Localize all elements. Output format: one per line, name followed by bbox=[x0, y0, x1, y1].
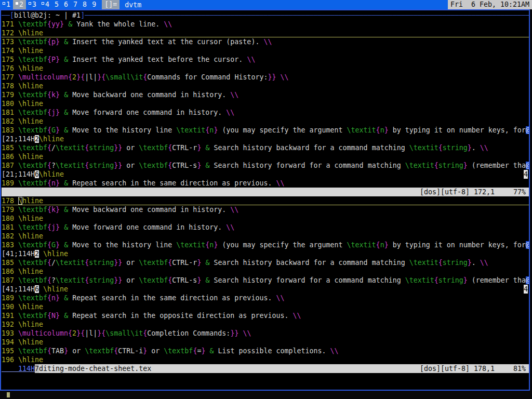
escape-sequence-artifact: 7 bbox=[35, 364, 39, 373]
terminal-row: [41;114H2 \hline bbox=[2, 249, 529, 258]
terminal-row: 186 \hline bbox=[2, 152, 529, 161]
escape-sequence-artifact: 114H bbox=[2, 364, 35, 373]
terminal-row: [21;114H2\hline bbox=[2, 135, 529, 143]
scroll-percentage: 81% bbox=[513, 364, 526, 373]
terminal-row: 195 \textbf{TAB} or \textbf{CTRL-i} or \… bbox=[2, 347, 529, 355]
screen-artifact bbox=[7, 392, 10, 397]
line-wrap-indicator: @ bbox=[526, 162, 529, 169]
terminal-row: [21;114H6\hline4 bbox=[2, 170, 529, 179]
terminal-row: 182 \hline bbox=[2, 232, 529, 241]
desktop-background bbox=[0, 391, 532, 399]
escape-sequence-artifact: 2 bbox=[35, 250, 39, 258]
terminal-row: 192 \hline bbox=[2, 320, 529, 329]
vim-statusline-bottom: 114H 7 diting-mode-cheat-sheet.tex [dos]… bbox=[2, 364, 529, 373]
file-format-and-cursor-position: [dos][utf-8] 172,1 bbox=[420, 188, 495, 196]
dvtm-window-title: ──[bill@b2j: ~ | #1]────────────────────… bbox=[2, 11, 529, 20]
line-wrap-indicator: @ bbox=[526, 126, 529, 134]
tab-3[interactable]: 3 bbox=[26, 0, 39, 9]
tab-activity-marker-icon bbox=[16, 2, 18, 5]
dvtm-status-bar: 123456789 []= dvtm Fri 6 Feb, 10:21AM bbox=[0, 0, 532, 9]
terminal-row: 178 \hline bbox=[2, 82, 529, 90]
terminal-row: 185 \textbf{/\textit{string}} or \textbf… bbox=[2, 143, 529, 152]
terminal-row: 187 \textbf{?\textit{string}} or \textbf… bbox=[2, 276, 529, 285]
desktop-screen: 123456789 []= dvtm Fri 6 Feb, 10:21AM ──… bbox=[0, 0, 532, 399]
escape-sequence-artifact: 6 bbox=[35, 170, 39, 178]
escape-sequence-artifact: 2 bbox=[35, 135, 39, 143]
vim-cursor: \ bbox=[18, 197, 22, 205]
file-format-and-cursor-position: [dos][utf-8] 178,1 bbox=[420, 364, 495, 373]
tab-activity-marker-icon bbox=[29, 2, 31, 5]
terminal-row: 179 \textbf{k} & Move backward one comma… bbox=[2, 205, 529, 214]
terminal-row: 180 \hline bbox=[2, 99, 529, 108]
terminal-row: 187 \textbf{?\textit{string}} or \textbf… bbox=[2, 161, 529, 170]
terminal-row: ──[bill@b2j: ~ | #1]────────────────────… bbox=[2, 11, 529, 20]
scroll-percentage: 77% bbox=[513, 188, 526, 196]
terminal-row: 179 \textbf{k} & Move backward one comma… bbox=[2, 90, 529, 99]
terminal-row: 193 \multicolumn{2}{|l|}{\small\it{Compl… bbox=[2, 329, 529, 338]
terminal-row: 182 \hline bbox=[2, 117, 529, 126]
terminal-row: 191 \textbf{N} & Repeat search in the op… bbox=[2, 311, 529, 320]
line-wrap-indicator: @ bbox=[526, 276, 529, 284]
app-title: dvtm bbox=[125, 1, 141, 9]
terminal-row: 189 \textbf{n} & Repeat search in the sa… bbox=[2, 179, 529, 188]
tab-7[interactable]: 7 bbox=[71, 0, 80, 9]
tab-activity-marker-icon bbox=[3, 2, 5, 5]
vim-statusline-top: bash-vi-editing-mode-cheat-sheet.tex [do… bbox=[2, 188, 529, 196]
terminal-row: 173 \textbf{p} & Insert the yanked text … bbox=[2, 37, 529, 46]
line-wrap-indicator: @ bbox=[526, 241, 529, 249]
tab-1[interactable]: 1 bbox=[0, 0, 13, 9]
tab-activity-marker-icon bbox=[42, 2, 44, 5]
terminal-row: 190 \hline bbox=[2, 302, 529, 311]
terminal-row: 176 \hline bbox=[2, 64, 529, 73]
terminal-row: 177 \multicolumn{2}{|l|}{\small\it{Comma… bbox=[2, 73, 529, 82]
tab-list: 123456789 bbox=[0, 0, 99, 9]
clock: Fri 6 Feb, 10:21AM bbox=[448, 0, 532, 9]
tab-6[interactable]: 6 bbox=[61, 0, 71, 9]
vim-pane-top[interactable]: 171 \textbf{yy} & Yank the whole line. \… bbox=[2, 20, 529, 188]
tab-4[interactable]: 4 bbox=[39, 0, 52, 9]
terminal-row: 181 \textbf{j} & Move forward one comman… bbox=[2, 223, 529, 232]
tab-8[interactable]: 8 bbox=[80, 0, 89, 9]
escape-sequence-artifact: 4 bbox=[524, 170, 528, 179]
terminal-row: [41;114H6 \hline4 bbox=[2, 285, 529, 294]
escape-sequence-artifact: 4 bbox=[524, 285, 528, 294]
terminal-row: 175 \textbf{P} & Insert the yanked text … bbox=[2, 55, 529, 64]
terminal-row: 189 \textbf{n} & Repeat search in the sa… bbox=[2, 294, 529, 302]
terminal-row: 181 \textbf{j} & Move forward one comman… bbox=[2, 108, 529, 117]
tab-5[interactable]: 5 bbox=[52, 0, 61, 9]
terminal-row: 183 \textbf{G} & Move to the history lin… bbox=[2, 241, 529, 249]
terminal-row: 172 \hline bbox=[2, 29, 529, 37]
vim-pane-bottom[interactable]: 178 \hline179 \textbf{k} & Move backward… bbox=[2, 196, 529, 364]
tab-2[interactable]: 2 bbox=[13, 0, 26, 9]
escape-sequence-artifact: 6 bbox=[35, 285, 39, 293]
layout-button[interactable]: []= bbox=[102, 0, 119, 9]
terminal-row: 196 \hline bbox=[2, 355, 529, 364]
terminal-row: 186 \hline bbox=[2, 267, 529, 276]
terminal-row: 180 \hline bbox=[2, 214, 529, 223]
terminal-row: 194 \hline bbox=[2, 338, 529, 347]
terminal-row: 171 \textbf{yy} & Yank the whole line. \… bbox=[2, 20, 529, 29]
terminal-row: 174 \hline bbox=[2, 46, 529, 55]
terminal-window[interactable]: ──[bill@b2j: ~ | #1]────────────────────… bbox=[0, 9, 530, 391]
tab-9[interactable]: 9 bbox=[89, 0, 99, 9]
terminal-row: 178 \hline bbox=[2, 196, 529, 205]
terminal-row: 183 \textbf{G} & Move to the history lin… bbox=[2, 126, 529, 135]
terminal-row: 185 \textbf{/\textit{string}} or \textbf… bbox=[2, 258, 529, 267]
